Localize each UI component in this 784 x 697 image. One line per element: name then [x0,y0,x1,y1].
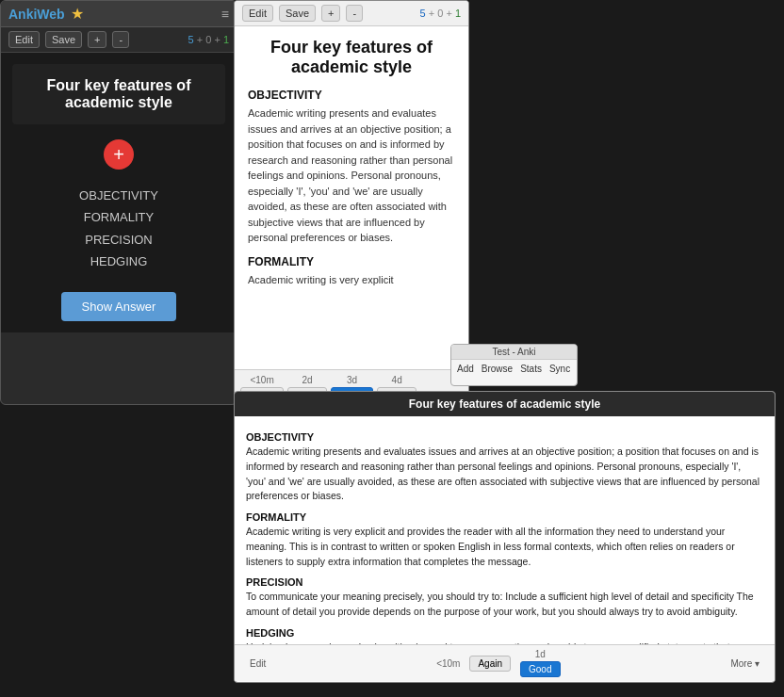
back-card-content: Four key features of academic style OBJE… [235,26,468,369]
full-precision-head: PRECISION [246,576,763,588]
list-item: PRECISION [79,229,158,251]
save-button[interactable]: Save [45,31,82,48]
card-counter: 5 + 0 + 1 [188,34,229,45]
formality-head: FORMALITY [248,255,455,268]
back-toolbar: Edit Save + - 5 + 0 + 1 [235,1,468,26]
full-card-body: OBJECTIVITY Academic writing presents an… [235,416,775,644]
full-time-info: <10m [436,658,460,669]
list-item: OBJECTIVITY [79,185,158,206]
star-icon: ★ [71,5,84,23]
edit-button[interactable]: Edit [8,31,40,48]
add-card-button[interactable]: + [104,139,134,170]
test-anki-window: Test - Anki Add Browse Stats Sync [450,344,578,386]
full-good-col: 1d Good [520,649,560,677]
back-card-counter: 5 + 0 + 1 [420,8,461,19]
full-formality-body: Academic writing is very explicit and pr… [246,525,763,569]
test-title-bar: Test - Anki [451,345,577,360]
full-card-title: Four key features of academic style [235,392,775,416]
menu-icon[interactable]: ≡ [221,7,229,22]
list-item: FORMALITY [79,206,158,228]
sync-nav[interactable]: Sync [549,364,570,374]
full-again-col: Again [469,656,511,672]
front-toolbar: Edit Save + - 5 + 0 + 1 [1,27,237,53]
card-title-front: Four key features of academic style [12,64,225,124]
full-again-button[interactable]: Again [469,656,511,672]
back-save-button[interactable]: Save [279,5,316,22]
good-time: 3d [347,375,357,385]
full-objectivity-body: Academic writing presents and evaluates … [246,445,763,504]
full-hedging-head: HEDGING [246,627,763,639]
add-nav[interactable]: Add [457,364,474,374]
back-edit-button[interactable]: Edit [242,5,273,22]
list-item: HEDGING [79,251,158,272]
full-objectivity-head: OBJECTIVITY [246,431,763,443]
app-logo: AnkiWeb [8,7,65,22]
show-answer-button[interactable]: Show Answer [61,292,177,321]
full-edit-button[interactable]: Edit [242,656,273,671]
browse-nav[interactable]: Browse [482,364,513,374]
full-precision-body: To communicate your meaning precisely, y… [246,590,763,620]
objectivity-head: OBJECTIVITY [248,89,455,102]
more-button[interactable]: More ▾ [723,656,767,671]
front-card-area: Four key features of academic style + OB… [1,53,237,332]
full-answer-area: <10m Again 1d Good [436,649,560,677]
back-plus-button[interactable]: + [321,5,340,22]
minus-button[interactable]: - [112,31,129,48]
counter-green: 1 [223,34,229,45]
full-bottom-bar: Edit <10m Again 1d Good More ▾ [235,644,775,681]
objectivity-body: Academic writing presents and evaluates … [248,105,455,246]
test-nav-bar: Add Browse Stats Sync [451,360,577,378]
counter-gray: + 0 + [197,34,223,45]
full-good-time: 1d [535,649,546,659]
stats-nav[interactable]: Stats [520,364,542,374]
full-formality-head: FORMALITY [246,511,763,523]
front-title-bar: AnkiWeb ★ ≡ [1,1,237,27]
full-good-button[interactable]: Good [520,661,560,677]
back-card-title: Four key features of academic style [248,38,455,77]
counter-blue: 5 [188,34,194,45]
formality-body: Academic writing is very explicit [248,272,455,288]
back-card-window: Edit Save + - 5 + 0 + 1 Four key feature… [234,0,469,405]
card-items-list: OBJECTIVITY FORMALITY PRECISION HEDGING [79,185,158,273]
front-card-window: AnkiWeb ★ ≡ Edit Save + - 5 + 0 + 1 Four… [0,0,237,405]
hard-time: 2d [302,375,313,385]
full-answer-window: Four key features of academic style OBJE… [234,391,776,683]
plus-button[interactable]: + [88,31,106,48]
back-minus-button[interactable]: - [346,5,363,22]
again-time: <10m [250,375,273,385]
easy-time: 4d [392,375,402,385]
full-hedging-body: Hedging language in academic writing is … [246,640,763,644]
